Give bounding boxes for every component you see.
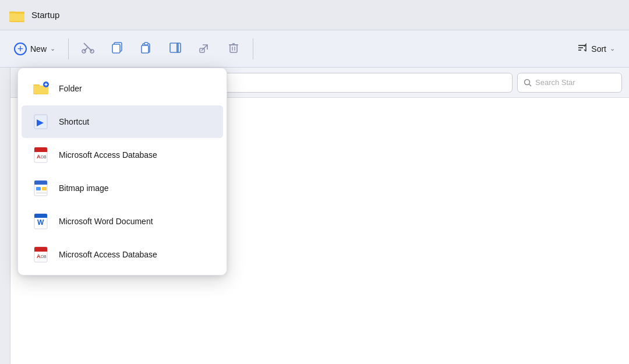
search-placeholder: Search Star (535, 78, 575, 87)
search-box[interactable]: Search Star (517, 73, 622, 93)
access2-menu-icon: A DB (32, 245, 51, 264)
svg-rect-11 (144, 43, 148, 45)
share-icon (198, 41, 211, 56)
svg-rect-43 (34, 184, 47, 185)
new-chevron-icon: ⌄ (50, 45, 55, 52)
toolbar: + New ⌄ (0, 30, 629, 68)
bitmap-menu-icon (32, 179, 51, 197)
word-menu-label: Microsoft Word Document (59, 217, 153, 226)
paste-button[interactable] (133, 34, 160, 64)
shortcut-menu-label: Shortcut (59, 117, 89, 126)
menu-item-shortcut[interactable]: Shortcut (22, 105, 223, 138)
rename-button[interactable] (162, 34, 189, 64)
share-button[interactable] (191, 34, 218, 64)
svg-text:W: W (37, 218, 44, 227)
svg-rect-12 (142, 45, 149, 53)
cut-icon (82, 41, 94, 56)
svg-rect-38 (34, 151, 47, 152)
new-label: New (30, 44, 47, 54)
menu-item-access2[interactable]: A DB Microsoft Access Database (22, 238, 223, 271)
svg-rect-49 (34, 217, 47, 218)
svg-rect-46 (36, 192, 47, 194)
svg-rect-14 (177, 43, 181, 52)
title-bar: Startup (0, 0, 629, 30)
access1-menu-label: Microsoft Access Database (59, 150, 157, 160)
folder-menu-icon (32, 79, 51, 98)
svg-text:A: A (37, 154, 41, 160)
rename-icon (169, 41, 182, 56)
toolbar-separator-1 (68, 38, 69, 59)
delete-button[interactable] (220, 34, 247, 64)
access2-menu-label: Microsoft Access Database (59, 250, 157, 259)
menu-item-folder[interactable]: Folder (22, 72, 223, 105)
svg-text:DB: DB (41, 255, 47, 259)
bitmap-menu-label: Bitmap image (59, 183, 109, 193)
menu-item-word[interactable]: W Microsoft Word Document (22, 205, 223, 238)
folder-icon (9, 8, 26, 22)
sort-group: Sort ⌄ (569, 34, 622, 64)
svg-text:DB: DB (41, 155, 47, 159)
sort-icon (576, 42, 588, 55)
svg-rect-9 (112, 44, 120, 53)
sidebar-strip (0, 68, 10, 364)
svg-rect-48 (34, 214, 47, 218)
sort-button[interactable]: Sort ⌄ (569, 34, 622, 64)
new-dropdown-menu: Folder Shortcut A DB Microsoft Access Da… (17, 68, 227, 275)
search-icon (524, 79, 532, 87)
menu-item-access1[interactable]: A DB Microsoft Access Database (22, 139, 223, 171)
svg-text:A: A (37, 253, 41, 259)
shortcut-menu-icon (32, 112, 51, 131)
delete-icon (227, 41, 240, 56)
paste-icon (140, 41, 153, 56)
sort-label: Sort (591, 44, 606, 54)
svg-rect-44 (36, 187, 41, 190)
copy-icon (111, 41, 123, 56)
svg-point-27 (525, 79, 530, 84)
cut-button[interactable] (75, 34, 101, 64)
svg-rect-45 (42, 187, 47, 190)
toolbar-separator-2 (253, 38, 253, 59)
new-button[interactable]: + New ⌄ (7, 34, 62, 64)
word-menu-icon: W (32, 212, 51, 231)
svg-rect-3 (9, 13, 24, 21)
svg-rect-42 (34, 181, 47, 185)
menu-item-bitmap[interactable]: Bitmap image (22, 172, 223, 204)
svg-line-28 (529, 84, 532, 86)
sort-chevron-icon: ⌄ (610, 45, 615, 52)
page-title: Startup (31, 10, 59, 20)
access1-menu-icon: A DB (32, 146, 51, 164)
svg-rect-18 (230, 45, 237, 52)
svg-rect-53 (34, 250, 47, 252)
copy-button[interactable] (104, 34, 130, 64)
new-plus-icon: + (14, 43, 27, 55)
folder-menu-label: Folder (59, 84, 82, 93)
